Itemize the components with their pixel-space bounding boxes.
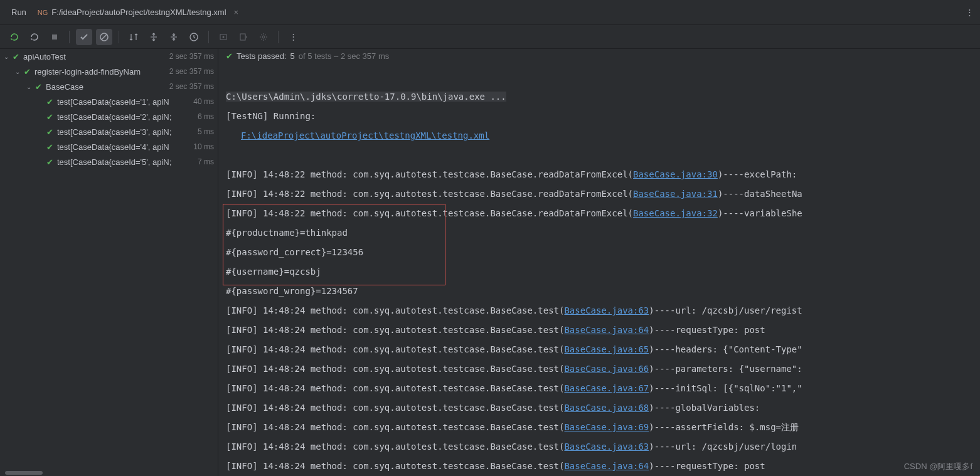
test-status-bar: ✔ Tests passed: 5 of 5 tests – 2 sec 357…	[218, 49, 980, 64]
log-line: [INFO] 14:48:24 method: com.syq.autotest…	[226, 403, 760, 413]
duration: 2 sec 357 ms	[166, 52, 214, 61]
show-passed-icon[interactable]	[76, 29, 92, 45]
svg-point-4	[223, 36, 225, 38]
svg-rect-0	[52, 34, 57, 40]
log-line: [INFO] 14:48:24 method: com.syq.autotest…	[226, 461, 765, 471]
duration: 2 sec 357 ms	[166, 82, 214, 91]
run-label: Run	[5, 8, 33, 17]
show-ignored-icon[interactable]	[96, 29, 112, 45]
scrollbar[interactable]	[5, 471, 43, 475]
log-line: [INFO] 14:48:24 method: com.syq.autotest…	[226, 305, 802, 315]
export-icon[interactable]	[235, 29, 252, 45]
tree-test[interactable]: ✔test[CaseData{caseId='3', apiN;5 ms	[0, 124, 218, 139]
check-icon: ✔	[35, 82, 42, 92]
chevron-down-icon[interactable]: ⌄	[4, 53, 13, 60]
node-label: test[CaseData{caseId='4', apiN	[57, 142, 169, 152]
log-line: [INFO] 14:48:24 method: com.syq.autotest…	[226, 422, 799, 432]
source-link[interactable]: BaseCase.java:31	[633, 189, 718, 199]
tree-class[interactable]: ⌄ ✔ BaseCase 2 sec 357 ms	[0, 79, 218, 94]
close-icon[interactable]: ×	[234, 8, 239, 17]
separator	[278, 31, 279, 43]
passed-count: 5	[290, 51, 295, 61]
tree-suite[interactable]: ⌄ ✔ register-login-add-findByNam 2 sec 3…	[0, 64, 218, 79]
variable-line: #{productname}=thinkpad	[226, 228, 348, 238]
source-link[interactable]: BaseCase.java:63	[564, 442, 649, 452]
file-link[interactable]: F:\ideaProject\autoProject\testngXML\tes…	[241, 130, 489, 140]
source-link[interactable]: BaseCase.java:65	[564, 344, 649, 354]
stop-icon[interactable]	[46, 29, 63, 45]
rerun-failed-icon[interactable]	[26, 29, 43, 45]
console-panel: ✔ Tests passed: 5 of 5 tests – 2 sec 357…	[218, 49, 980, 476]
kebab-menu-icon[interactable]: ⋮	[966, 8, 975, 17]
log-line: [INFO] 14:48:22 method: com.syq.autotest…	[226, 208, 802, 218]
svg-rect-5	[240, 34, 245, 40]
source-link[interactable]: BaseCase.java:30	[633, 169, 718, 179]
variable-line: #{password_wrong}=1234567	[226, 286, 358, 296]
source-link[interactable]: BaseCase.java:63	[564, 305, 649, 315]
test-history-icon[interactable]	[186, 29, 202, 45]
chevron-down-icon[interactable]: ⌄	[15, 68, 24, 75]
duration: 2 sec 357 ms	[166, 67, 214, 76]
log-line: [INFO] 14:48:24 method: com.syq.autotest…	[226, 442, 797, 452]
log-line: [INFO] 14:48:22 method: com.syq.autotest…	[226, 169, 797, 179]
duration: 40 ms	[189, 97, 214, 106]
duration: 5 ms	[194, 127, 214, 136]
node-label: test[CaseData{caseId='3', apiN;	[57, 127, 171, 137]
source-link[interactable]: BaseCase.java:69	[564, 422, 649, 432]
source-link[interactable]: BaseCase.java:32	[633, 208, 718, 218]
node-label: test[CaseData{caseId='2', apiN;	[57, 112, 171, 122]
source-link[interactable]: BaseCase.java:67	[564, 383, 649, 393]
settings-icon[interactable]	[255, 29, 272, 45]
source-link[interactable]: BaseCase.java:64	[564, 461, 649, 471]
check-icon: ✔	[226, 51, 233, 61]
separator	[69, 31, 70, 43]
node-label: apiAutoTest	[23, 52, 66, 61]
log-line: [INFO] 14:48:24 method: com.syq.autotest…	[226, 383, 802, 393]
check-icon: ✔	[46, 112, 53, 122]
watermark: CSDN @阿里嘎多f	[904, 461, 972, 472]
log-line: [INFO] 14:48:24 method: com.syq.autotest…	[226, 344, 802, 354]
duration: 6 ms	[194, 112, 214, 121]
duration: 7 ms	[194, 157, 214, 166]
node-label: BaseCase	[46, 82, 83, 92]
node-label: test[CaseData{caseId='1', apiN	[57, 97, 169, 107]
separator	[119, 31, 119, 43]
run-toolbar: ⋮	[0, 25, 980, 49]
tree-test[interactable]: ✔test[CaseData{caseId='4', apiN10 ms	[0, 139, 218, 154]
log-line: [INFO] 14:48:24 method: com.syq.autotest…	[226, 364, 802, 374]
chevron-down-icon[interactable]: ⌄	[26, 83, 35, 90]
tab-file-path: F:/ideaProject/autoProject/testngXML/tes…	[51, 8, 226, 17]
collapse-all-icon[interactable]	[166, 29, 182, 45]
separator	[208, 31, 209, 43]
total-text: of 5 tests – 2 sec 357 ms	[299, 51, 390, 61]
source-link[interactable]: BaseCase.java:68	[564, 403, 649, 413]
check-icon: ✔	[46, 97, 53, 107]
run-config-tab[interactable]: NG F:/ideaProject/autoProject/testngXML/…	[33, 0, 243, 24]
svg-point-6	[262, 36, 265, 38]
log-line: [INFO] 14:48:24 method: com.syq.autotest…	[226, 325, 765, 335]
check-icon: ✔	[46, 142, 53, 152]
tree-test[interactable]: ✔test[CaseData{caseId='5', apiN;7 ms	[0, 154, 218, 169]
tree-test[interactable]: ✔test[CaseData{caseId='2', apiN;6 ms	[0, 109, 218, 124]
tool-window-header: Run NG F:/ideaProject/autoProject/testng…	[0, 0, 980, 25]
check-icon: ✔	[13, 52, 19, 61]
check-icon: ✔	[46, 127, 53, 137]
command-line: C:\Users\Admin\.jdks\corretto-17.0.9\bin…	[226, 92, 506, 102]
tree-root[interactable]: ⌄ ✔ apiAutoTest 2 sec 357 ms	[0, 49, 218, 64]
variable-line: #{username}=qzcsbj	[226, 267, 321, 277]
node-label: register-login-add-findByNam	[35, 67, 141, 77]
check-icon: ✔	[24, 67, 31, 77]
duration: 10 ms	[189, 142, 214, 151]
expand-all-icon[interactable]	[146, 29, 162, 45]
import-icon[interactable]	[215, 29, 232, 45]
variable-line: #{password_correct}=123456	[226, 247, 363, 257]
sort-icon[interactable]	[125, 29, 142, 45]
tree-test[interactable]: ✔test[CaseData{caseId='1', apiN40 ms	[0, 94, 218, 109]
console-output[interactable]: C:\Users\Admin\.jdks\corretto-17.0.9\bin…	[218, 64, 980, 476]
source-link[interactable]: BaseCase.java:66	[564, 364, 649, 374]
test-tree: ⌄ ✔ apiAutoTest 2 sec 357 ms ⌄ ✔ registe…	[0, 49, 218, 476]
source-link[interactable]: BaseCase.java:64	[564, 325, 649, 335]
passed-label: Tests passed:	[237, 51, 287, 61]
more-icon[interactable]: ⋮	[285, 29, 301, 45]
rerun-icon[interactable]	[6, 29, 23, 45]
